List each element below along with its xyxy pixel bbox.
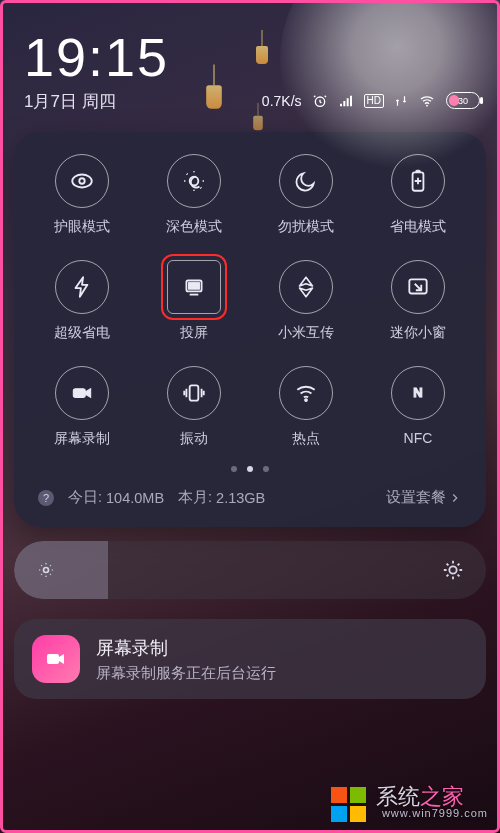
watermark-text-a: 系统	[376, 784, 420, 809]
data-month-value: 2.13GB	[216, 490, 265, 506]
status-bar: 19:15 1月7日 周四 0.7K/s HD 30	[0, 0, 500, 124]
tile-mini-window[interactable]: 迷你小窗	[362, 260, 474, 342]
svg-rect-4	[47, 654, 59, 664]
svg-point-3	[449, 566, 456, 573]
tile-label: 超级省电	[54, 324, 110, 342]
tile-label: 深色模式	[166, 218, 222, 236]
battery-percent: 30	[447, 93, 479, 108]
watermark: 系统之家 www.win7999.com	[331, 785, 488, 823]
quick-settings-panel: 护眼模式深色模式勿扰模式省电模式超级省电投屏小米互传迷你小窗屏幕录制振动热点NF…	[14, 132, 486, 527]
notification-title: 屏幕录制	[96, 636, 276, 660]
tile-nfc[interactable]: NFC	[362, 366, 474, 448]
tile-label: 护眼模式	[54, 218, 110, 236]
wifi-status-icon	[418, 93, 436, 109]
eye-icon	[55, 154, 109, 208]
network-speed: 0.7K/s	[262, 93, 302, 109]
notification-card[interactable]: 屏幕录制 屏幕录制服务正在后台运行	[14, 619, 486, 699]
status-indicators: 0.7K/s HD 30	[262, 92, 480, 109]
wifi-icon	[279, 366, 333, 420]
bolt-icon	[55, 260, 109, 314]
battery-indicator: 30	[446, 92, 480, 109]
nfc-icon	[391, 366, 445, 420]
data-month-label: 本月:	[178, 488, 212, 507]
page-dot[interactable]	[263, 466, 269, 472]
cast-icon	[167, 260, 221, 314]
sun-moon-icon	[167, 154, 221, 208]
brightness-fill	[14, 541, 108, 599]
tile-label: 迷你小窗	[390, 324, 446, 342]
windows-logo-icon	[331, 787, 366, 822]
video-icon	[55, 366, 109, 420]
tile-cast[interactable]: 投屏	[138, 260, 250, 342]
tile-label: 屏幕录制	[54, 430, 110, 448]
brightness-slider[interactable]	[14, 541, 486, 599]
page-dot[interactable]	[231, 466, 237, 472]
help-icon[interactable]: ?	[38, 490, 54, 506]
watermark-url: www.win7999.com	[382, 808, 488, 823]
notification-body: 屏幕录制服务正在后台运行	[96, 664, 276, 683]
svg-point-2	[44, 568, 49, 573]
tile-mi-share[interactable]: 小米互传	[250, 260, 362, 342]
tile-screen-record[interactable]: 屏幕录制	[26, 366, 138, 448]
recorder-app-icon	[32, 635, 80, 683]
notification-text: 屏幕录制 屏幕录制服务正在后台运行	[96, 636, 276, 683]
tile-label: 勿扰模式	[278, 218, 334, 236]
page-indicator	[26, 466, 474, 472]
tile-label: 振动	[180, 430, 208, 448]
watermark-text-b: 之家	[420, 784, 464, 809]
tile-eye-care[interactable]: 护眼模式	[26, 154, 138, 236]
brightness-low-icon	[36, 560, 56, 580]
signal-icon	[338, 93, 354, 109]
tile-label: 省电模式	[390, 218, 446, 236]
clock: 19:15	[24, 30, 478, 84]
share-icon	[279, 260, 333, 314]
tile-label: NFC	[404, 430, 433, 446]
alarm-icon	[312, 93, 328, 109]
svg-point-1	[426, 104, 428, 106]
quick-tiles-grid: 护眼模式深色模式勿扰模式省电模式超级省电投屏小米互传迷你小窗屏幕录制振动热点NF…	[26, 154, 474, 448]
moon-icon	[279, 154, 333, 208]
tile-label: 热点	[292, 430, 320, 448]
data-usage-row: ? 今日: 104.0MB 本月: 2.13GB 设置套餐	[26, 482, 474, 515]
tile-ultra-saver[interactable]: 超级省电	[26, 260, 138, 342]
hd-icon: HD	[364, 94, 384, 108]
tile-label: 投屏	[180, 324, 208, 342]
tile-hotspot[interactable]: 热点	[250, 366, 362, 448]
data-today-value: 104.0MB	[106, 490, 164, 506]
page-dot[interactable]	[247, 466, 253, 472]
vibrate-icon	[167, 366, 221, 420]
brightness-high-icon	[442, 559, 464, 581]
pip-icon	[391, 260, 445, 314]
tile-dark-mode[interactable]: 深色模式	[138, 154, 250, 236]
data-today-label: 今日:	[68, 488, 102, 507]
mobile-data-icon	[394, 93, 408, 109]
tile-vibrate[interactable]: 振动	[138, 366, 250, 448]
data-plan-link[interactable]: 设置套餐	[386, 488, 462, 507]
tile-label: 小米互传	[278, 324, 334, 342]
